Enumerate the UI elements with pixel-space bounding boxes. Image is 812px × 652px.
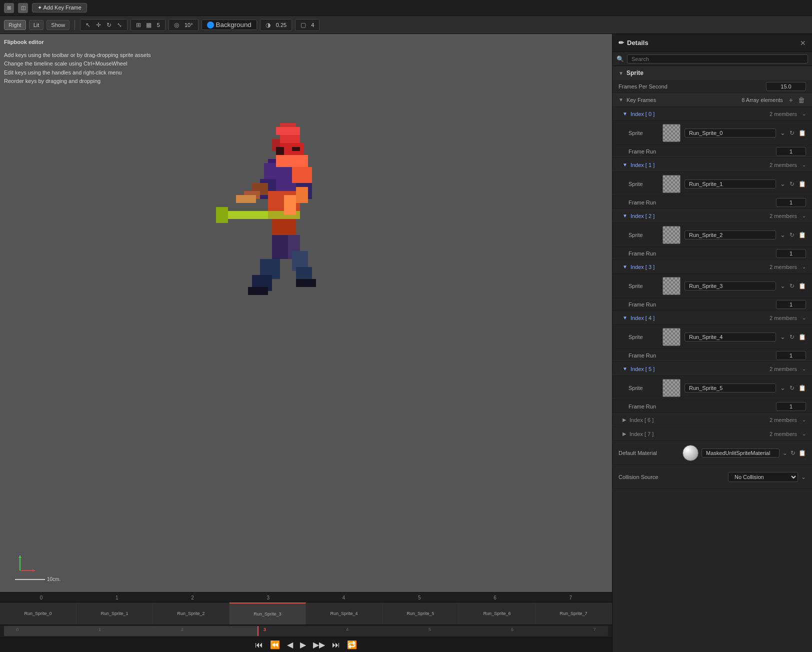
- index-5-arrow: ▼: [622, 366, 628, 372]
- snap-icon[interactable]: ⊞: [134, 20, 143, 30]
- index-1-sprite-dropdown[interactable]: ⌄: [780, 180, 786, 188]
- index-2-title: Index [ 2 ]: [630, 213, 766, 219]
- material-name-input[interactable]: [702, 448, 780, 458]
- index-6-members: 2 members: [770, 417, 797, 423]
- right-button[interactable]: Right: [4, 20, 26, 30]
- playback-play-button[interactable]: ▶: [298, 639, 308, 650]
- playback-step-back-button[interactable]: ⏪: [268, 639, 282, 650]
- index-1-framerun-value[interactable]: 1: [776, 198, 806, 207]
- viewport-canvas[interactable]: Flipbook editor Add keys using the toolb…: [0, 34, 612, 592]
- index-1-sprite-thumbnail: [662, 175, 680, 193]
- background-button[interactable]: Background: [202, 20, 257, 30]
- lit-button[interactable]: Lit: [29, 20, 44, 30]
- index-6-title: Index [ 6 ]: [630, 417, 766, 423]
- material-action-1[interactable]: ↻: [790, 450, 796, 456]
- playback-back-button[interactable]: ◀: [285, 639, 295, 650]
- sprite-section-header[interactable]: ▼ Sprite: [612, 66, 812, 80]
- index-1-header[interactable]: ▼ Index [ 1 ] 2 members ⌄: [612, 158, 812, 172]
- timeline-scrubber[interactable]: 0 1 2 3 4 5 6 7: [0, 625, 612, 638]
- index-1-framerun-row: Frame Run 1: [612, 196, 812, 209]
- frame-5[interactable]: Run_Sprite_5: [382, 602, 459, 624]
- index-4-members: 2 members: [770, 315, 797, 321]
- rotate-tool-icon[interactable]: ↻: [104, 20, 114, 30]
- index-0-sprite-action-1[interactable]: ↻: [790, 130, 794, 136]
- index-2-sprite-action-1[interactable]: ↻: [790, 232, 794, 238]
- index-0-header[interactable]: ▼ Index [ 0 ] 2 members ⌄: [612, 107, 812, 121]
- index-2-sprite-label: Sprite: [628, 232, 658, 238]
- index-4-sprite-name[interactable]: [684, 332, 776, 342]
- index-0-framerun-value[interactable]: 1: [776, 147, 806, 156]
- index-5-sprite-label: Sprite: [628, 385, 658, 391]
- index-3-sprite-action-1[interactable]: ↻: [790, 282, 794, 290]
- index-1-sprite-name[interactable]: [684, 180, 776, 188]
- grid-icon-2[interactable]: ▦: [144, 20, 154, 30]
- index-6-header[interactable]: ▶ Index [ 6 ] 2 members ⌄: [612, 413, 812, 427]
- index-5-sprite-action-2[interactable]: 📋: [798, 384, 806, 392]
- frame-1[interactable]: Run_Sprite_1: [76, 602, 153, 624]
- index-1-members: 2 members: [770, 162, 797, 168]
- playback-loop-button[interactable]: 🔁: [345, 639, 359, 650]
- index-2-sprite-dropdown[interactable]: ⌄: [780, 231, 786, 238]
- index-4-sprite-action-2[interactable]: 📋: [798, 334, 806, 340]
- scale-tool-icon[interactable]: ⤡: [115, 20, 124, 30]
- index-2-sprite-thumbnail: [662, 226, 680, 244]
- material-dropdown-button[interactable]: ⌄: [782, 450, 788, 456]
- collision-dropdown-button[interactable]: ⌄: [801, 474, 806, 480]
- index-5-sprite-name[interactable]: [684, 384, 776, 392]
- index-0-sprite-dropdown[interactable]: ⌄: [780, 129, 786, 136]
- scale-label: 10cm.: [47, 576, 60, 582]
- index-5-sprite-row: Sprite ⌄ ↻ 📋: [612, 376, 812, 400]
- index-4-sprite-action-1[interactable]: ↻: [790, 334, 794, 340]
- index-1-sprite-action-2[interactable]: 📋: [798, 180, 806, 188]
- index-2-sprite-action-2[interactable]: 📋: [798, 232, 806, 238]
- index-0-sprite-name[interactable]: [684, 128, 776, 138]
- index-0-sprite-action-2[interactable]: 📋: [798, 130, 806, 136]
- layers-icon[interactable]: ◫: [18, 3, 28, 13]
- fps-value[interactable]: 15.0: [766, 82, 806, 91]
- frame-4[interactable]: Run_Sprite_4: [306, 602, 382, 624]
- frame-6[interactable]: Run_Sprite_6: [459, 602, 536, 624]
- index-3-header[interactable]: ▼ Index [ 3 ] 2 members ⌄: [612, 260, 812, 274]
- playback-to-end-button[interactable]: ⏭: [330, 640, 342, 650]
- index-5-framerun-value[interactable]: 1: [776, 402, 806, 411]
- array-delete-button[interactable]: 🗑: [797, 96, 806, 104]
- frame-0[interactable]: Run_Sprite_0: [0, 602, 76, 624]
- index-4-framerun-value[interactable]: 1: [776, 351, 806, 360]
- index-1-sprite-action-1[interactable]: ↻: [790, 180, 794, 188]
- panel-close-button[interactable]: ✕: [800, 39, 806, 47]
- index-3-framerun-value[interactable]: 1: [776, 300, 806, 309]
- frame-2[interactable]: Run_Sprite_2: [153, 602, 230, 624]
- right-panel: ✏ Details ✕ 🔍 ▼ Sprite Frames Per Second…: [612, 34, 812, 652]
- index-4-framerun-row: Frame Run 1: [612, 349, 812, 362]
- show-button[interactable]: Show: [46, 20, 70, 30]
- index-3-sprite-dropdown[interactable]: ⌄: [780, 282, 786, 290]
- material-action-2[interactable]: 📋: [798, 450, 806, 456]
- add-keyframe-button[interactable]: ✦ Add Key Frame: [32, 3, 87, 12]
- index-2-sprite-name[interactable]: [684, 230, 776, 240]
- search-input[interactable]: [627, 54, 808, 64]
- frame-3[interactable]: Run_Sprite_3: [230, 602, 306, 624]
- index-3-sprite-name[interactable]: [684, 282, 776, 290]
- collision-source-select[interactable]: No Collision: [728, 472, 798, 482]
- keyframes-array-header[interactable]: ▼ Key Frames 8 Array elements + 🗑: [612, 93, 812, 107]
- index-4-header[interactable]: ▼ Index [ 4 ] 2 members ⌄: [612, 311, 812, 325]
- index-2-members: 2 members: [770, 213, 797, 219]
- frame-7[interactable]: Run_Sprite_7: [536, 602, 612, 624]
- index-2-header[interactable]: ▼ Index [ 2 ] 2 members ⌄: [612, 209, 812, 223]
- playback-to-start-button[interactable]: ⏮: [253, 640, 265, 650]
- index-3-sprite-action-2[interactable]: 📋: [798, 282, 806, 290]
- grid-icon[interactable]: ⊞: [4, 3, 14, 13]
- index-2-framerun-value[interactable]: 1: [776, 249, 806, 258]
- index-7-header[interactable]: ▶ Index [ 7 ] 2 members ⌄: [612, 427, 812, 441]
- index-5-header[interactable]: ▼ Index [ 5 ] 2 members ⌄: [612, 362, 812, 376]
- index-4-sprite-dropdown[interactable]: ⌄: [780, 333, 786, 340]
- index-4-framerun-label: Frame Run: [628, 352, 772, 358]
- select-tool-icon[interactable]: ↖: [84, 20, 92, 30]
- move-tool-icon[interactable]: ✛: [94, 20, 103, 30]
- index-5-sprite-action-1[interactable]: ↻: [790, 384, 794, 392]
- playback-step-fwd-button[interactable]: ▶▶: [311, 639, 327, 650]
- array-add-button[interactable]: +: [788, 96, 794, 104]
- tick-3: 3: [231, 594, 306, 600]
- index-5-sprite-dropdown[interactable]: ⌄: [780, 384, 786, 392]
- svg-rect-1: [280, 135, 300, 143]
